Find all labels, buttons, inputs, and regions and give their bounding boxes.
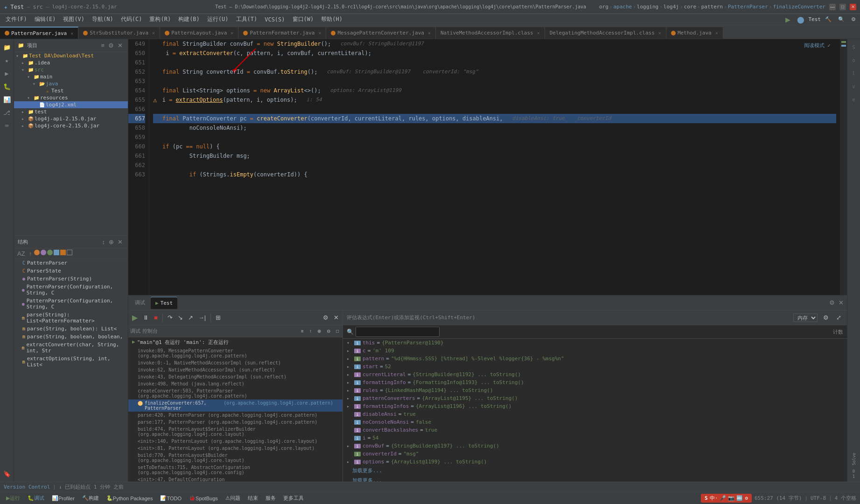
- var-c[interactable]: ▸ i c = 'm' 109: [343, 347, 847, 355]
- tree-item-idea[interactable]: ▸ 📁 .idea: [14, 59, 128, 66]
- bookmarks-icon[interactable]: 🔖: [1, 468, 13, 480]
- stop-button[interactable]: ■: [152, 313, 160, 322]
- debug-btn[interactable]: 🐛 调试: [25, 492, 47, 504]
- close-button[interactable]: ✕: [850, 4, 856, 10]
- menu-code[interactable]: 代码(C): [117, 14, 146, 24]
- tab-close-icon[interactable]: ✕: [715, 30, 718, 35]
- encoding-label[interactable]: UTF-8: [811, 495, 826, 501]
- tree-item-java[interactable]: ▾ 📂 java: [14, 80, 128, 87]
- var-convbuf[interactable]: ▸ i convBuf = {StringBuilder@1197} ... t…: [343, 442, 847, 450]
- debug-close-button[interactable]: ✕: [837, 299, 845, 307]
- layout-button[interactable]: □: [334, 328, 341, 335]
- tab-close-icon[interactable]: ✕: [658, 30, 661, 35]
- right-icon-1[interactable]: S: [848, 41, 860, 53]
- extract-options-call[interactable]: extractOptions: [176, 95, 223, 105]
- filter-icon-5[interactable]: [60, 250, 66, 255]
- tab-close-icon[interactable]: ✕: [428, 30, 431, 35]
- debug-tab-console[interactable]: 调试: [130, 297, 150, 309]
- tab-close-icon[interactable]: ✕: [70, 31, 73, 36]
- pause-threads-button[interactable]: ⊖: [325, 328, 332, 335]
- services-btn[interactable]: 服务: [263, 492, 278, 504]
- menu-vcs[interactable]: VCS(S): [261, 15, 288, 24]
- var-convertbackslashes[interactable]: i convertBackslashes = true: [343, 426, 847, 434]
- collapse-all-button[interactable]: ≡: [99, 42, 106, 49]
- struct-item-parse-3[interactable]: m parse(String, boolean, boolean,: [14, 333, 128, 341]
- filter-icon-3[interactable]: [47, 250, 53, 255]
- tab-close-icon[interactable]: ✕: [152, 30, 155, 35]
- code-editor[interactable]: 阅读模式 ✓ final StringBuilder convBuf = new…: [149, 39, 840, 295]
- struct-item-parse-1[interactable]: m parse(String): List<PatternFormatter>: [14, 311, 128, 325]
- show-inherited-button[interactable]: ↑: [28, 250, 34, 258]
- stack-frame-7-selected[interactable]: ⬤ finalizeConverter:657, PatternParser (…: [128, 399, 343, 412]
- right-icon-3[interactable]: l: [848, 67, 860, 79]
- struct-item-extractconverter[interactable]: m extractConverter(char, String, int, St…: [14, 341, 128, 355]
- vars-sort-select[interactable]: 内存: [793, 314, 818, 322]
- var-options[interactable]: ▸ i options = {ArrayList@1199} ... toStr…: [343, 458, 847, 466]
- tab-delegatingmethodaccessor[interactable]: DelegatingMethodAccessorImpl.class ✕: [545, 27, 666, 39]
- tree-item-resources[interactable]: ▾ 📁 resources: [14, 94, 128, 101]
- stack-frame-12[interactable]: <init>:81, PatternLayout (org.apache.log…: [128, 445, 343, 452]
- load-more-button[interactable]: 加载更多...: [343, 466, 847, 476]
- tab-patternformatter[interactable]: PatternFormatter.java ✕: [238, 27, 326, 39]
- tab-strsubstitutor[interactable]: StrSubstitutor.java ✕: [78, 27, 160, 39]
- struct-item-parserstate[interactable]: C ParserState: [14, 267, 128, 275]
- var-this[interactable]: ▾ i this = {PatternParser@1190}: [343, 339, 847, 347]
- filter-icon-2[interactable]: [41, 250, 46, 255]
- step-into-button[interactable]: ↘: [176, 313, 185, 322]
- profiler-btn[interactable]: 📊 Profiler: [49, 492, 77, 504]
- todo-btn[interactable]: 📝 TODO: [158, 492, 184, 504]
- stack-frame-8[interactable]: parse:420, PatternParser (org.apache.log…: [128, 412, 343, 419]
- menu-run[interactable]: 运行(U): [203, 14, 232, 24]
- step-out-button[interactable]: ↗: [186, 313, 195, 322]
- menu-tools[interactable]: 工具(T): [232, 14, 261, 24]
- menu-view[interactable]: 视图(V): [59, 14, 88, 24]
- issues-btn[interactable]: ⚠ 问题: [223, 492, 243, 504]
- export-threads-button[interactable]: ↑: [308, 328, 314, 335]
- search-everywhere-button[interactable]: 🔍: [836, 14, 847, 26]
- stack-frame-14[interactable]: setToDefaults:715, AbstractConfiguration…: [128, 464, 343, 476]
- run-btn[interactable]: ▶ 运行: [4, 492, 22, 504]
- tree-item-log4j-api-jar[interactable]: ▸ 📦 log4j-api-2.15.0.jar: [14, 115, 128, 122]
- run-button[interactable]: ▶: [783, 14, 793, 26]
- terminal-icon[interactable]: ⌨: [1, 119, 13, 132]
- stack-frame-6[interactable]: createConverter:503, PatternParser (org.…: [128, 387, 343, 399]
- thread-main[interactable]: ▶ "main"@1 在运行 'main': 正在运行: [128, 337, 343, 347]
- restore-threads-button[interactable]: ⊕: [315, 328, 323, 335]
- var-disableansi[interactable]: i disableAnsi = true: [343, 410, 847, 418]
- struct-item-patternparser-class[interactable]: C PatternParser: [14, 259, 128, 267]
- menu-file[interactable]: 文件(F): [2, 14, 31, 24]
- build-btn[interactable]: 🔨 构建: [80, 492, 101, 504]
- filter-threads-button[interactable]: ≡: [299, 328, 306, 335]
- var-formattinginfo[interactable]: ▸ i formattingInfo = {FormattingInfo@119…: [343, 378, 847, 386]
- run-to-cursor-button[interactable]: →|: [196, 313, 208, 322]
- tab-close-icon[interactable]: ✕: [231, 30, 233, 35]
- tree-item-log4j-core-jar[interactable]: ▸ 📦 log4j-core-2.15.0.jar: [14, 122, 128, 129]
- resume-button[interactable]: ▶: [130, 312, 140, 323]
- menu-edit[interactable]: 编辑(E): [31, 14, 60, 24]
- right-icon-4[interactable]: v: [848, 80, 860, 92]
- stack-frame-11[interactable]: <init>:140, PatternLayout (org.apache.lo…: [128, 438, 343, 445]
- spotbugs-btn[interactable]: 🐞 SpotBugs: [187, 492, 220, 504]
- menu-build[interactable]: 构建(B): [175, 14, 203, 24]
- settings-button[interactable]: ⚙: [849, 14, 858, 26]
- add-button[interactable]: 加载更多...: [343, 476, 847, 482]
- stack-frame-15[interactable]: <init>:47, DefaultConfiguration (org.apa…: [128, 476, 343, 482]
- right-icon-2[interactable]: o: [848, 54, 860, 66]
- close-panel-button[interactable]: ✕: [116, 42, 124, 49]
- stack-frame-9[interactable]: parse:177, PatternParser (org.apache.log…: [128, 419, 343, 426]
- tree-item-main[interactable]: ▾ 📁 main: [14, 73, 128, 80]
- end-btn[interactable]: 结束: [245, 492, 260, 504]
- more-tools-btn[interactable]: 更多工具: [281, 492, 306, 504]
- vars-search-input[interactable]: [356, 327, 440, 337]
- var-i[interactable]: i i = 54: [343, 434, 847, 442]
- run-icon[interactable]: ▶: [1, 67, 13, 79]
- build-project-button[interactable]: 🔨: [823, 14, 834, 26]
- filter-icon-6[interactable]: [67, 250, 72, 255]
- tab-messagepatternconverter[interactable]: MessagePatternConverter.java ✕: [326, 27, 435, 39]
- vc-label[interactable]: Version Control: [4, 484, 50, 490]
- debug-tab-test[interactable]: ▶Test: [151, 297, 177, 309]
- menu-refactor[interactable]: 重构(R): [146, 14, 175, 24]
- evaluate-button[interactable]: ⊞: [214, 313, 223, 322]
- struct-item-constructor-2[interactable]: ● PatternParser(Configuration, String, C: [14, 283, 128, 297]
- tree-item-test-root[interactable]: ▾ 📁 Test DA\Download\Test: [14, 52, 128, 59]
